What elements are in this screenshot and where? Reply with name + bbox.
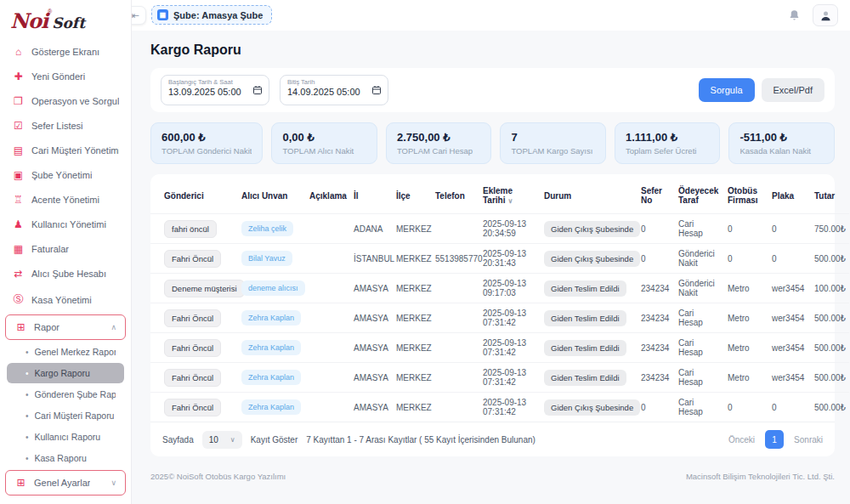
sidebar-item-label: Rapor: [34, 322, 60, 332]
cell-ekleme_tarihi: 2025-09-13 07:31:42: [479, 363, 540, 393]
cell-ekleme_tarihi: 2025-09-13 09:17:03: [479, 274, 540, 303]
cell-plaka: wer3454: [768, 333, 810, 363]
sidebar-item-rapor[interactable]: ⊞Rapor∧: [5, 314, 126, 340]
export-button[interactable]: Excel/Pdf: [762, 78, 824, 102]
alici_unvan-pill[interactable]: Zeliha çelik: [241, 221, 293, 236]
calendar-icon: [252, 85, 263, 95]
col-header-telefon[interactable]: Telefon: [431, 178, 479, 214]
col-header-sefer_no[interactable]: Sefer No: [637, 178, 674, 214]
table-row[interactable]: Fahri ÖncülZehra KaplanAMASYAMERKEZ2025-…: [150, 333, 849, 363]
col-header-aciklama[interactable]: Açıklama: [305, 178, 349, 214]
col-header-ilce[interactable]: İlçe: [392, 178, 431, 214]
next-page-button[interactable]: Sonraki: [794, 435, 823, 445]
col-header-ekleme_tarihi[interactable]: Ekleme Tarihi∨: [479, 178, 540, 214]
sidebar-item-gonderen-sube-raporu[interactable]: •Gönderen Şube Raporu: [7, 384, 124, 405]
per-page-select[interactable]: 10 ∨: [202, 431, 242, 449]
alici_unvan-pill[interactable]: Zehra Kaplan: [241, 340, 301, 355]
end-date-input[interactable]: Bitiş Tarih 14.09.2025 05:00: [280, 75, 388, 105]
summary-card: 1.111,00 ₺Toplam Sefer Ücreti: [615, 122, 721, 164]
bullet-icon: •: [26, 411, 29, 421]
durum-pill: Giden Çıkış Şubesinde: [544, 251, 640, 267]
alici_unvan-pill[interactable]: Bilal Yavuz: [241, 251, 292, 266]
durum-pill: Giden Çıkış Şubesinde: [544, 399, 640, 416]
notifications-button[interactable]: [788, 9, 801, 22]
cell-ekleme_tarihi: 2025-09-13 07:31:42: [479, 333, 540, 363]
cell-gonderici: Fahri Öncül: [150, 393, 237, 422]
sidebar-item-genel-ayarlar[interactable]: ⊞Genel Ayarlar∨: [5, 470, 126, 496]
table-row[interactable]: Fahri ÖncülZehra KaplanAMASYAMERKEZ2025-…: [150, 303, 849, 333]
cell-odeyecek_taraf: Gönderici Nakit: [674, 274, 723, 303]
cell-alici_unvan: Zehra Kaplan: [237, 303, 305, 333]
cell-tutar: 750.00₺: [810, 214, 849, 244]
sidebar-item-faturalar[interactable]: ▦Faturalar: [3, 237, 128, 261]
col-header-plaka[interactable]: Plaka: [768, 178, 810, 214]
sidebar-item-label: Gönderen Şube Raporu: [35, 389, 116, 399]
cell-durum: Giden Teslim Edildi: [540, 363, 637, 393]
sidebar-item-label: Cari Müşteri Yönetimi: [31, 145, 119, 156]
user-avatar-button[interactable]: [813, 4, 838, 26]
sidebar-item-kargo-raporu[interactable]: •Kargo Raporu: [7, 363, 124, 383]
sidebar-item-label: Kargo Raporu: [35, 368, 90, 378]
sort-icon: ∨: [507, 197, 513, 205]
durum-pill: Giden Teslim Edildi: [544, 280, 626, 297]
query-button[interactable]: Sorgula: [699, 78, 755, 102]
summary-card: 2.750,00 ₺TOPLAM Cari Hesap: [386, 122, 492, 164]
logo-text-noi: Noi: [10, 8, 48, 33]
col-header-tutar[interactable]: Tutar: [810, 178, 849, 214]
table-row[interactable]: fahri öncülZeliha çelikADANAMERKEZ2025-0…: [150, 214, 849, 244]
sidebar-item-alici-sube-hesabi[interactable]: ⇄Alıcı Şube Hesabı: [3, 262, 128, 286]
summary-card: 7TOPLAM Kargo Sayısı: [500, 122, 606, 164]
page-1-button[interactable]: 1: [765, 430, 784, 449]
sidebar-item-genel-merkez-raporu[interactable]: •Genel Merkez Raporu: [7, 342, 124, 362]
table-row[interactable]: Deneme müşterisideneme alıcısıAMASYAMERK…: [150, 274, 849, 303]
branch-icon: ▣: [12, 169, 25, 181]
sidebar-item-gosterge-ekrani[interactable]: ⌂Gösterge Ekranı: [3, 40, 128, 64]
sidebar-item-sube-yonetimi[interactable]: ▣Şube Yönetimi: [3, 163, 128, 187]
cell-ilce: MERKEZ: [392, 393, 431, 422]
sidebar-item-operasyon-ve-sorgulama[interactable]: ❐Operasyon ve Sorgulama: [3, 89, 128, 113]
table-row[interactable]: Fahri ÖncülBilal YavuzİSTANBULMERKEZ5513…: [150, 244, 849, 274]
alici_unvan-pill[interactable]: Zehra Kaplan: [241, 370, 301, 385]
durum-pill: Giden Çıkış Şubesinde: [544, 221, 640, 237]
filter-bar: Başlangıç Tarih & Saat 13.09.2025 05:00 …: [150, 68, 835, 112]
alici_unvan-pill[interactable]: deneme alıcısı: [241, 280, 305, 296]
sidebar-item-label: Acente Yönetimi: [31, 195, 99, 205]
app-screen: Noi®Soft ⌂Gösterge Ekranı✚Yeni Gönderi❐O…: [0, 0, 850, 504]
col-header-otobus_firmasi[interactable]: Otobüs Firması: [723, 178, 768, 214]
sidebar-item-yeni-gonderi[interactable]: ✚Yeni Gönderi: [3, 65, 128, 88]
col-header-alici_unvan[interactable]: Alıcı Unvan: [237, 178, 305, 214]
summary-card: -511,00 ₺Kasada Kalan Nakit: [728, 122, 835, 164]
sidebar-item-sefer-listesi[interactable]: ☑Sefer Listesi: [3, 114, 128, 138]
branch-badge[interactable]: ▦ Şube: Amasya Şube: [151, 5, 272, 25]
col-header-il[interactable]: İl: [349, 178, 392, 214]
per-page-value: 10: [209, 435, 218, 445]
table-row[interactable]: Fahri ÖncülZehra KaplanAMASYAMERKEZ2025-…: [150, 393, 849, 422]
user-icon: [819, 9, 832, 22]
sidebar-item-kullanici-raporu[interactable]: •Kullanıcı Raporu: [7, 427, 124, 447]
cell-tutar: 500.00₺: [810, 393, 849, 422]
sidebar-item-kullanici-yonetimi[interactable]: ♟Kullanıcı Yönetimi: [3, 212, 128, 236]
cell-il: AMASYA: [349, 393, 392, 422]
col-header-gonderici[interactable]: Gönderici: [150, 178, 237, 214]
cell-otobus_firmasi: Metro: [723, 363, 768, 393]
sidebar-item-kasa-raporu[interactable]: •Kasa Raporu: [7, 448, 124, 468]
cell-alici_unvan: Bilal Yavuz: [237, 244, 305, 274]
summary-card-value: 0,00 ₺: [282, 131, 366, 144]
summary-card: 0,00 ₺TOPLAM Alıcı Nakit: [271, 122, 377, 164]
cell-sefer_no: 234234: [637, 303, 674, 333]
col-header-durum[interactable]: Durum: [540, 178, 637, 214]
sidebar-item-acente-yonetimi[interactable]: ♖Acente Yönetimi: [3, 188, 128, 212]
cell-tutar: 500.00₺: [810, 303, 849, 333]
sidebar-item-cari-musteri-raporu[interactable]: •Cari Müşteri Raporu: [7, 405, 124, 426]
alici_unvan-pill[interactable]: Zehra Kaplan: [241, 399, 301, 415]
sidebar-item-cop-kutusu[interactable]: ♻Çöp Kutusu: [3, 497, 128, 504]
sidebar-item-cari-musteri-yonetimi[interactable]: ▤Cari Müşteri Yönetimi: [3, 139, 128, 162]
prev-page-button[interactable]: Önceki: [728, 435, 755, 445]
table-row[interactable]: Fahri ÖncülZehra KaplanAMASYAMERKEZ2025-…: [150, 363, 849, 393]
cell-aciklama: [305, 214, 349, 244]
alici_unvan-pill[interactable]: Zehra Kaplan: [241, 310, 301, 326]
col-header-odeyecek_taraf[interactable]: Ödeyecek Taraf: [674, 178, 723, 214]
start-date-input[interactable]: Başlangıç Tarih & Saat 13.09.2025 05:00: [161, 75, 269, 105]
summary-card-value: 1.111,00 ₺: [626, 131, 710, 144]
sidebar-item-kasa-yonetimi[interactable]: ⓈKasa Yönetimi: [3, 286, 128, 313]
